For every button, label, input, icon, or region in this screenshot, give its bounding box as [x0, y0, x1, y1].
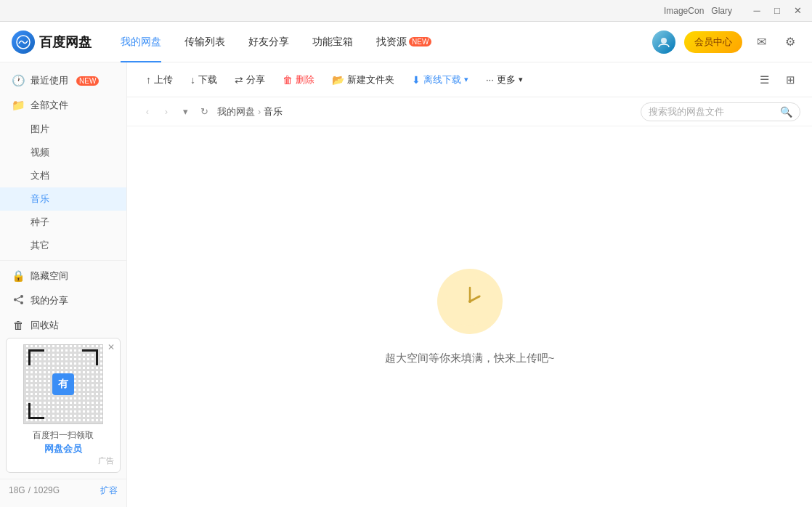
sidebar-item-recent[interactable]: 🕐 最近使用 NEW	[0, 68, 126, 93]
svg-point-2	[20, 295, 23, 298]
logo-text: 百度网盘	[39, 33, 92, 51]
ad-text: 百度扫一扫领取 网盘会员	[12, 429, 114, 456]
sidebar-item-pictures[interactable]: 图片	[0, 118, 126, 141]
recent-icon: 🕐	[12, 74, 25, 87]
upload-icon: ↑	[146, 74, 151, 86]
offline-dl-icon: ⬇	[412, 74, 421, 86]
new-folder-button[interactable]: 📂 新建文件夹	[325, 69, 402, 91]
sidebar-item-my-share[interactable]: 我的分享	[0, 288, 126, 313]
qr-center-icon: 有	[52, 373, 74, 395]
storage-used: 18G	[9, 485, 25, 495]
sidebar-item-seeds[interactable]: 种子	[0, 211, 126, 234]
qr-corner-bl	[28, 403, 44, 419]
close-button[interactable]: ✕	[789, 2, 806, 20]
nav-item-friend-share[interactable]: 好友分享	[237, 22, 301, 62]
main-layout: 🕐 最近使用 NEW 📁 全部文件 图片 视频 文档 音乐 种子 其它 🔒	[0, 62, 812, 507]
storage-bar: 18G / 1029G 扩容	[0, 479, 126, 501]
nav-right: 会员中心 ✉ ⚙	[652, 31, 800, 54]
user-avatar[interactable]	[652, 31, 675, 54]
logo-icon	[12, 31, 35, 54]
titlebar-app-labels: ImageCon Glary	[664, 6, 732, 16]
new-folder-icon: 📂	[332, 74, 344, 86]
all-files-icon: 📁	[12, 99, 25, 112]
ad-label: 广告	[12, 455, 114, 466]
lock-icon: 🔒	[12, 269, 25, 283]
sidebar: 🕐 最近使用 NEW 📁 全部文件 图片 视频 文档 音乐 种子 其它 🔒	[0, 62, 127, 507]
delete-button[interactable]: 🗑 删除	[275, 69, 322, 91]
breadcrumb-current: 音乐	[264, 105, 283, 118]
svg-line-6	[16, 300, 20, 302]
refresh-button[interactable]: ↻	[195, 103, 213, 121]
search-box: 🔍	[641, 102, 800, 121]
svg-point-4	[20, 301, 23, 304]
sidebar-item-other[interactable]: 其它	[0, 234, 126, 257]
recent-badge: NEW	[76, 76, 99, 86]
upload-button[interactable]: ↑ 上传	[139, 69, 180, 91]
sidebar-item-private-space[interactable]: 🔒 隐藏空间	[0, 264, 126, 288]
resources-badge: NEW	[409, 37, 431, 46]
breadcrumb-root[interactable]: 我的网盘	[217, 105, 255, 118]
share-icon-btn: ⇄	[235, 74, 243, 86]
empty-state: 超大空间等你来填满，快来上传吧~	[127, 126, 812, 507]
nav-items: 我的网盘 传输列表 好友分享 功能宝箱 找资源 NEW	[109, 22, 652, 62]
nav-item-transfer[interactable]: 传输列表	[173, 22, 237, 62]
more-button[interactable]: ··· 更多 ▾	[479, 69, 530, 91]
back-button[interactable]: ‹	[139, 103, 156, 121]
toolbar-right: ☰ ⊞	[754, 70, 800, 90]
settings-icon[interactable]: ⚙	[780, 32, 800, 52]
sidebar-ad: ✕ 有 百度扫一扫领取 网盘会员 广告	[6, 338, 121, 474]
sidebar-separator	[0, 260, 126, 261]
breadcrumb-separator: ›	[258, 106, 261, 117]
share-button[interactable]: ⇄ 分享	[227, 69, 272, 91]
window-controls: ─ □ ✕	[748, 2, 806, 20]
ad-close-button[interactable]: ✕	[105, 341, 117, 353]
offline-download-button[interactable]: ⬇ 离线下载 ▾	[405, 69, 476, 91]
empty-icon	[437, 269, 503, 334]
nav-item-my-drive[interactable]: 我的网盘	[109, 22, 173, 62]
nav-item-tools[interactable]: 功能宝箱	[301, 22, 365, 62]
qr-corner-tl	[28, 349, 44, 365]
download-icon: ↓	[190, 74, 195, 86]
navbar: 百度网盘 我的网盘 传输列表 好友分享 功能宝箱 找资源 NEW 会员中心 ✉ …	[0, 22, 812, 62]
content-area: ↑ 上传 ↓ 下载 ⇄ 分享 🗑 删除 📂 新建文件夹 ⬇ 离线下载	[127, 62, 812, 507]
expand-storage-button[interactable]: 扩容	[100, 484, 118, 497]
empty-message: 超大空间等你来填满，快来上传吧~	[385, 352, 555, 365]
share-icon	[12, 294, 25, 307]
search-icon[interactable]: 🔍	[780, 106, 792, 118]
svg-point-1	[661, 38, 667, 44]
search-input[interactable]	[649, 106, 776, 117]
dropdown-button[interactable]: ▾	[176, 103, 194, 121]
mail-icon[interactable]: ✉	[751, 32, 771, 52]
breadcrumb-bar: ‹ › ▾ ↻ 我的网盘 › 音乐 🔍	[127, 97, 812, 126]
sidebar-item-all-files[interactable]: 📁 全部文件	[0, 93, 126, 118]
nav-item-resources[interactable]: 找资源 NEW	[365, 22, 443, 62]
titlebar: ImageCon Glary ─ □ ✕	[0, 0, 812, 22]
toolbar: ↑ 上传 ↓ 下载 ⇄ 分享 🗑 删除 📂 新建文件夹 ⬇ 离线下载	[127, 62, 812, 97]
svg-line-5	[16, 297, 20, 299]
breadcrumb-nav: ‹ › ▾ ↻	[139, 103, 213, 121]
sidebar-item-videos[interactable]: 视频	[0, 141, 126, 164]
breadcrumb-path: 我的网盘 › 音乐	[217, 105, 283, 118]
vip-center-button[interactable]: 会员中心	[684, 31, 742, 53]
qr-code: 有	[23, 344, 103, 424]
download-button[interactable]: ↓ 下载	[183, 69, 224, 91]
list-view-icon[interactable]: ☰	[754, 70, 774, 90]
recycle-icon: 🗑	[12, 319, 25, 331]
grid-view-icon[interactable]: ⊞	[780, 70, 800, 90]
sidebar-item-docs[interactable]: 文档	[0, 164, 126, 187]
minimize-button[interactable]: ─	[748, 2, 766, 20]
qr-corner-tr	[82, 349, 98, 365]
sidebar-item-recycle[interactable]: 🗑 回收站	[0, 313, 126, 338]
svg-point-3	[14, 298, 17, 301]
sidebar-item-music[interactable]: 音乐	[0, 187, 126, 211]
logo: 百度网盘	[12, 31, 92, 54]
maximize-button[interactable]: □	[768, 2, 786, 20]
delete-icon: 🗑	[283, 74, 293, 86]
storage-total: 1029G	[33, 485, 60, 495]
forward-button[interactable]: ›	[158, 103, 175, 121]
